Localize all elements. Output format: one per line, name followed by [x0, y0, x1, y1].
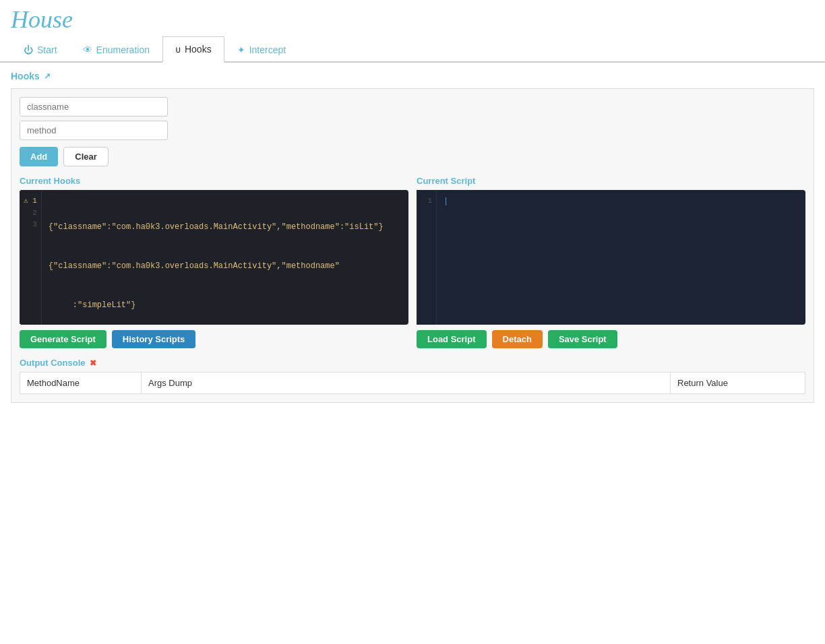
method-input[interactable]: [20, 121, 168, 140]
code-line-2: {"classname":"com.ha0k3.overloads.MainAc…: [49, 260, 402, 273]
start-icon: ⏻: [24, 44, 33, 55]
ln-warning-icon: ⚠ 1: [24, 195, 37, 207]
close-console-icon[interactable]: ✖: [90, 358, 96, 368]
code-line-1: {"classname":"com.ha0k3.overloads.MainAc…: [49, 221, 402, 234]
input-group: [20, 97, 805, 140]
add-button[interactable]: Add: [20, 147, 58, 166]
main-content: Hooks ↗ Add Clear Current Hooks ⚠ 1 2: [0, 63, 825, 418]
ln-3: 3: [24, 219, 37, 231]
nav-tabs: ⏻ Start 👁 Enumeration ᴜ Hooks ✦ Intercep…: [0, 36, 825, 63]
tab-intercept[interactable]: ✦ Intercept: [224, 36, 299, 63]
add-clear-row: Add Clear: [20, 147, 805, 166]
script-content[interactable]: [437, 190, 805, 325]
cursor: [444, 197, 448, 206]
tab-hooks[interactable]: ᴜ Hooks: [162, 36, 224, 63]
hooks-line-numbers: ⚠ 1 2 3: [20, 190, 42, 325]
tab-intercept-label: Intercept: [249, 44, 286, 55]
detach-button[interactable]: Detach: [492, 330, 543, 348]
col-header-method: MethodName: [20, 373, 142, 394]
editors-row: Current Hooks ⚠ 1 2 3 {"classname":"com.…: [20, 176, 805, 348]
enumeration-icon: 👁: [83, 44, 92, 55]
output-table: MethodName Args Dump Return Value: [20, 372, 805, 394]
tab-start-label: Start: [37, 44, 57, 55]
output-table-header: MethodName Args Dump Return Value: [20, 373, 805, 394]
current-script-panel: Current Script 1 Load Script Detach Save…: [417, 176, 805, 348]
tab-enumeration[interactable]: 👁 Enumeration: [70, 36, 162, 63]
hooks-code-content: {"classname":"com.ha0k3.overloads.MainAc…: [42, 190, 408, 325]
hooks-section-heading: Hooks ↗: [11, 71, 814, 82]
script-line-numbers: 1: [417, 190, 437, 325]
script-editor[interactable]: 1: [417, 190, 805, 325]
hooks-section-label: Hooks: [11, 71, 40, 82]
ln-2: 2: [24, 207, 37, 220]
current-hooks-label: Current Hooks: [20, 176, 408, 186]
intercept-icon: ✦: [237, 44, 245, 55]
classname-input[interactable]: [20, 97, 168, 117]
clear-button[interactable]: Clear: [63, 147, 109, 166]
history-scripts-button[interactable]: History Scripts: [112, 330, 195, 348]
col-header-args: Args Dump: [142, 373, 671, 394]
output-console-label: Output Console: [20, 358, 86, 368]
hooks-editor[interactable]: ⚠ 1 2 3 {"classname":"com.ha0k3.overload…: [20, 190, 408, 325]
sln-1: 1: [427, 197, 432, 205]
output-console-heading: Output Console ✖: [20, 358, 805, 368]
col-header-return: Return Value: [671, 373, 805, 394]
output-section: Output Console ✖ MethodName Args Dump Re…: [20, 358, 805, 394]
expand-icon[interactable]: ↗: [44, 71, 51, 81]
hooks-icon: ᴜ: [175, 44, 181, 55]
hooks-panel: Add Clear Current Hooks ⚠ 1 2 3 {"classn: [11, 88, 814, 403]
load-script-button[interactable]: Load Script: [417, 330, 487, 348]
app-logo: House: [0, 0, 825, 36]
hooks-buttons: Generate Script History Scripts: [20, 330, 408, 348]
script-buttons: Load Script Detach Save Script: [417, 330, 805, 348]
tab-hooks-label: Hooks: [185, 44, 212, 55]
tab-start[interactable]: ⏻ Start: [11, 36, 70, 63]
code-line-2b: :"simpleLit"}: [49, 299, 402, 312]
save-script-button[interactable]: Save Script: [548, 330, 617, 348]
tab-enumeration-label: Enumeration: [96, 44, 150, 55]
generate-script-button[interactable]: Generate Script: [20, 330, 106, 348]
current-hooks-panel: Current Hooks ⚠ 1 2 3 {"classname":"com.…: [20, 176, 408, 348]
current-script-label: Current Script: [417, 176, 805, 186]
